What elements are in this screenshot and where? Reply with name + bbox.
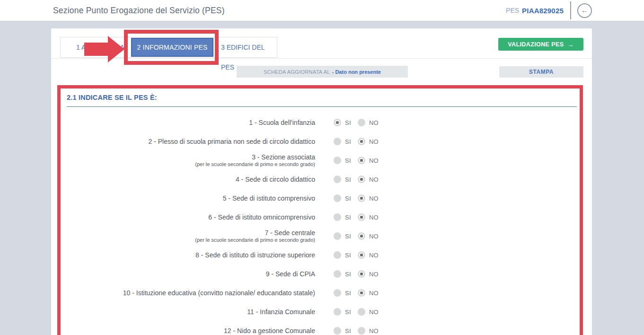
radio-si[interactable] — [334, 213, 341, 221]
question-answers: SI NO — [334, 289, 379, 297]
tab-anagrafica[interactable]: 1 ANAGRAFICA — [76, 37, 124, 57]
question-label: 1 - Scuola dell'infanzia — [61, 119, 315, 127]
question-text: 1 - Scuola dell'infanzia — [61, 119, 315, 127]
question-label: 2 - Plesso di scuola primaria non sede d… — [61, 138, 315, 146]
question-row: 1 - Scuola dell'infanzia SI NO — [61, 113, 580, 132]
si-label: SI — [345, 233, 351, 240]
radio-no[interactable] — [358, 270, 365, 278]
radio-si[interactable] — [334, 308, 341, 316]
no-label: NO — [369, 252, 379, 259]
question-text: 4 - Sede di circolo didattico — [61, 176, 315, 184]
question-answers: SI NO — [334, 157, 379, 164]
radio-si[interactable] — [334, 138, 341, 145]
question-subtext: (per le scuole secondarie di primo e sec… — [61, 237, 315, 243]
no-label: NO — [369, 233, 379, 240]
radio-si[interactable] — [334, 157, 341, 164]
question-answers: SI NO — [334, 270, 379, 278]
si-label: SI — [345, 214, 351, 221]
radio-no[interactable] — [358, 157, 365, 164]
radio-no[interactable] — [358, 308, 365, 316]
question-answers: SI NO — [334, 308, 379, 316]
page-title: Sezione Punto Erogazione del Servizio (P… — [53, 0, 225, 21]
question-text: 11 - Infanzia Comunale — [61, 308, 315, 316]
pes-code: PIAA829025 — [522, 7, 564, 15]
si-label: SI — [345, 252, 351, 259]
si-label: SI — [345, 176, 351, 183]
header-divider — [570, 1, 571, 19]
question-row: 9 - Sede di CPIA SI NO — [61, 264, 580, 283]
tab-informazioni-pes[interactable]: 2 INFORMAZIONI PES — [131, 38, 213, 57]
question-text: 10 - Istituzione educativa (convitto naz… — [61, 289, 315, 297]
no-label: NO — [369, 271, 379, 278]
radio-si[interactable] — [334, 232, 341, 240]
no-label: NO — [369, 138, 379, 145]
question-answers: SI NO — [334, 138, 379, 145]
question-label: 3 - Sezione associata (per le scuole sec… — [61, 153, 315, 168]
question-text: 2 - Plesso di scuola primaria non sede d… — [61, 138, 315, 146]
tab-bar: 1 ANAGRAFICA 2 INFORMAZIONI PES 3 EDIFIC… — [60, 37, 277, 58]
radio-no[interactable] — [358, 119, 365, 126]
radio-si[interactable] — [334, 251, 341, 259]
question-text: 3 - Sezione associata — [61, 153, 315, 161]
question-label: 7 - Sede centrale (per le scuole seconda… — [61, 229, 315, 244]
no-label: NO — [369, 176, 379, 183]
radio-no[interactable] — [358, 176, 365, 183]
radio-no[interactable] — [358, 232, 365, 240]
question-label: 5 - Sede di istituto comprensivo — [61, 194, 315, 203]
scheda-aggiornata-bar: SCHEDA AGGIORNATA AL - Dato non presente — [237, 66, 408, 78]
question-row: 2 - Plesso di scuola primaria non sede d… — [61, 132, 580, 151]
question-list: 1 - Scuola dell'infanzia SI NO 2 - Pless… — [61, 107, 580, 335]
no-label: NO — [369, 195, 379, 202]
question-row: 10 - Istituzione educativa (convitto naz… — [61, 283, 580, 302]
radio-si[interactable] — [334, 119, 341, 126]
no-label: NO — [369, 327, 379, 335]
question-row: 11 - Infanzia Comunale SI NO — [61, 302, 580, 321]
question-text: 7 - Sede centrale — [61, 229, 315, 237]
pes-label: PES — [506, 7, 519, 14]
si-label: SI — [345, 157, 351, 164]
si-label: SI — [345, 119, 351, 126]
question-label: 9 - Sede di CPIA — [61, 270, 315, 278]
stampa-button[interactable]: STAMPA — [499, 66, 583, 78]
question-row: 6 - Sede di istituto omnicomprensivo SI … — [61, 208, 580, 227]
si-label: SI — [345, 290, 351, 297]
top-header: Sezione Punto Erogazione del Servizio (P… — [0, 0, 644, 21]
radio-no[interactable] — [358, 194, 365, 202]
scheda-aggiornata-value: - Dato non presente — [332, 69, 381, 75]
radio-si[interactable] — [334, 289, 341, 297]
question-answers: SI NO — [334, 176, 379, 183]
question-label: 10 - Istituzione educativa (convitto naz… — [61, 289, 315, 297]
question-answers: SI NO — [334, 251, 379, 259]
question-label: 11 - Infanzia Comunale — [61, 308, 315, 316]
radio-no[interactable] — [358, 327, 365, 335]
question-row: 4 - Sede di circolo didattico SI NO — [61, 170, 580, 189]
question-text: 5 - Sede di istituto comprensivo — [61, 194, 315, 203]
radio-no[interactable] — [358, 289, 365, 297]
si-label: SI — [345, 195, 351, 202]
radio-si[interactable] — [334, 327, 341, 335]
validazione-pes-button[interactable]: VALIDAZIONE PES → — [498, 38, 583, 51]
si-label: SI — [345, 309, 351, 316]
radio-no[interactable] — [358, 213, 365, 221]
no-label: NO — [369, 119, 379, 126]
question-subtext: (per le scuole secondarie di primo e sec… — [61, 161, 315, 168]
question-text: 8 - Sede di istituto di istruzione super… — [61, 251, 315, 259]
main-card: 1 ANAGRAFICA 2 INFORMAZIONI PES 3 EDIFIC… — [51, 28, 592, 335]
question-label: 4 - Sede di circolo didattico — [61, 176, 315, 184]
question-row: 12 - Nido a gestione Comunale SI NO — [61, 321, 580, 335]
radio-no[interactable] — [358, 138, 365, 145]
question-row: 8 - Sede di istituto di istruzione super… — [61, 246, 580, 264]
radio-si[interactable] — [334, 270, 341, 278]
header-right: PES PIAA829025 ← — [506, 0, 592, 21]
question-text: 6 - Sede di istituto omnicomprensivo — [61, 213, 315, 221]
question-text: 12 - Nido a gestione Comunale — [61, 327, 315, 335]
question-answers: SI NO — [334, 232, 379, 240]
radio-no[interactable] — [358, 251, 365, 259]
question-row: 7 - Sede centrale (per le scuole seconda… — [61, 227, 580, 246]
question-answers: SI NO — [334, 119, 379, 126]
radio-si[interactable] — [334, 194, 341, 202]
validazione-pes-label: VALIDAZIONE PES — [508, 41, 564, 48]
radio-si[interactable] — [334, 176, 341, 183]
back-button[interactable]: ← — [577, 3, 592, 18]
question-answers: SI NO — [334, 327, 379, 335]
